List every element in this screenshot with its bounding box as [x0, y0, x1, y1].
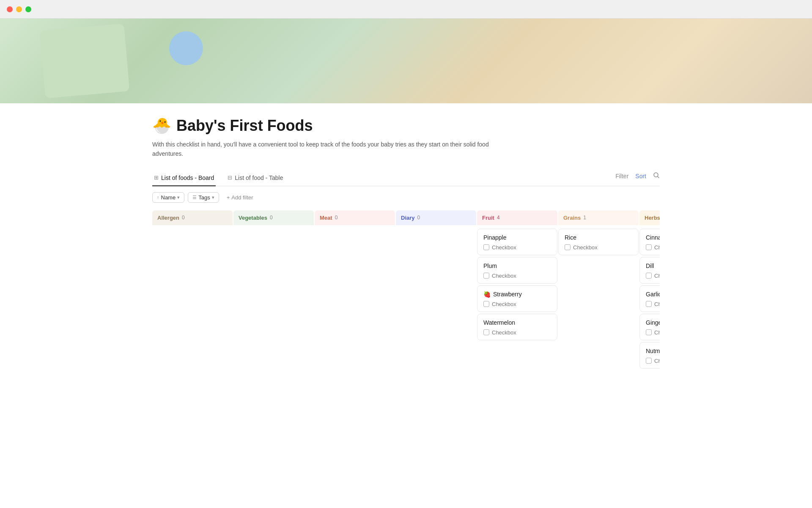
board-tab-icon: ⊞ [154, 174, 159, 181]
tags-filter-label: Tags [198, 194, 210, 201]
search-button[interactable] [653, 172, 660, 180]
tab-table[interactable]: ⊟ List of food - Table [226, 171, 285, 186]
column-header-meat: Meat 0 [315, 210, 395, 225]
column-label-grains: Grains [563, 215, 581, 221]
food-name-cinnamon: Cinnamon [646, 234, 660, 241]
search-icon [653, 172, 660, 179]
checkbox-nutmeg[interactable] [646, 358, 652, 364]
card-strawberry[interactable]: 🍓 Strawberry Checkbox [477, 285, 557, 312]
page-emoji: 🐣 [152, 117, 171, 135]
column-header-herbs: Herbs & Sp... 9 [639, 210, 660, 225]
checkbox-label-garlic: Checkbox [654, 301, 660, 307]
tags-list-icon: ☰ [192, 195, 197, 200]
column-meat: Meat 0 [315, 210, 395, 372]
card-garlic[interactable]: Garlic Checkbox [639, 285, 660, 312]
checkbox-row-watermelon: Checkbox [483, 329, 551, 336]
food-name-pinapple: Pinapple [483, 234, 551, 241]
column-count-grains: 1 [583, 215, 586, 221]
food-name-dill: Dill [646, 262, 660, 269]
add-filter-plus-icon: + [227, 194, 230, 201]
column-label-allergen: Allergen [157, 215, 179, 221]
empty-meat [315, 227, 395, 244]
column-body-vegetables [233, 225, 314, 246]
column-label-vegetables: Vegetables [239, 215, 267, 221]
card-rice[interactable]: Rice Checkbox [558, 229, 639, 255]
checkbox-rice[interactable] [565, 244, 571, 250]
page-content: 🐣 Baby's First Foods With this checklist… [110, 103, 702, 381]
checkbox-label-watermelon: Checkbox [492, 329, 516, 336]
tags-filter-chip[interactable]: ☰ Tags ▾ [188, 192, 219, 203]
column-body-herbs: Cinnamon Checkbox Dill Checkbox [639, 225, 660, 372]
checkbox-label-dill: Checkbox [654, 273, 660, 279]
name-filter-chip[interactable]: ↑ Name ▾ [152, 192, 184, 203]
checkbox-row-ginger: Checkbox [646, 329, 660, 336]
checkbox-label-rice: Checkbox [573, 244, 598, 251]
column-count-vegetables: 0 [270, 215, 273, 221]
minimize-button[interactable] [16, 6, 22, 12]
add-filter-label: Add filter [231, 194, 253, 201]
column-header-diary: Diary 0 [396, 210, 476, 225]
column-label-fruit: Fruit [482, 215, 494, 221]
checkbox-row-rice: Checkbox [565, 244, 632, 251]
card-watermelon[interactable]: Watermelon Checkbox [477, 314, 557, 340]
checkbox-plum[interactable] [483, 273, 489, 279]
column-header-fruit: Fruit 4 [477, 210, 557, 225]
checkbox-row-plum: Checkbox [483, 273, 551, 279]
checkbox-row-dill: Checkbox [646, 273, 660, 279]
board-tab-label: List of foods - Board [161, 174, 214, 181]
card-pinapple[interactable]: Pinapple Checkbox [477, 229, 557, 255]
checkbox-watermelon[interactable] [483, 329, 489, 335]
column-body-diary [396, 225, 476, 246]
strawberry-emoji: 🍓 [483, 291, 491, 298]
title-area: 🐣 Baby's First Foods [152, 117, 660, 135]
add-filter-button[interactable]: + Add filter [222, 193, 258, 202]
checkbox-dill[interactable] [646, 273, 652, 279]
column-body-meat [315, 225, 395, 246]
tab-board[interactable]: ⊞ List of foods - Board [152, 171, 216, 186]
food-name-rice: Rice [565, 234, 632, 241]
card-cinnamon[interactable]: Cinnamon Checkbox [639, 229, 660, 255]
empty-vegetables [233, 227, 314, 244]
checkbox-row-strawberry: Checkbox [483, 301, 551, 307]
svg-line-1 [658, 177, 659, 178]
checkbox-garlic[interactable] [646, 301, 652, 307]
column-count-diary: 0 [417, 215, 420, 221]
card-dill[interactable]: Dill Checkbox [639, 257, 660, 284]
column-label-herbs: Herbs & Sp... [645, 215, 660, 221]
card-plum[interactable]: Plum Checkbox [477, 257, 557, 284]
name-sort-icon: ↑ [157, 195, 159, 200]
checkbox-row-garlic: Checkbox [646, 301, 660, 307]
fullscreen-button[interactable] [25, 6, 31, 12]
food-name-nutmeg: Nutmeg [646, 348, 660, 354]
checkbox-label-nutmeg: Checkbox [654, 358, 660, 364]
checkbox-strawberry[interactable] [483, 301, 489, 307]
checkbox-label-cinnamon: Checkbox [654, 244, 660, 251]
sort-button[interactable]: Sort [635, 173, 646, 179]
checkbox-label-plum: Checkbox [492, 273, 516, 279]
close-button[interactable] [7, 6, 13, 12]
checkbox-row-pinapple: Checkbox [483, 244, 551, 251]
filters-row: ↑ Name ▾ ☰ Tags ▾ + Add filter [152, 186, 660, 209]
food-name-plum: Plum [483, 262, 551, 269]
card-nutmeg[interactable]: Nutmeg Checkbox [639, 342, 660, 369]
checkbox-cinnamon[interactable] [646, 244, 652, 250]
food-name-strawberry: 🍓 Strawberry [483, 291, 551, 298]
table-tab-label: List of food - Table [235, 174, 283, 181]
column-count-fruit: 4 [497, 215, 500, 221]
checkbox-pinapple[interactable] [483, 244, 489, 250]
filter-button[interactable]: Filter [615, 173, 628, 179]
card-ginger[interactable]: Ginger Checkbox [639, 314, 660, 340]
column-grains: Grains 1 Rice Checkbox [558, 210, 639, 372]
name-filter-label: Name [161, 194, 176, 201]
column-vegetables: Vegetables 0 [233, 210, 314, 372]
column-herbs: Herbs & Sp... 9 Cinnamon Checkbox [639, 210, 660, 372]
name-chevron-icon: ▾ [177, 195, 180, 200]
column-header-grains: Grains 1 [558, 210, 639, 225]
checkbox-label-strawberry: Checkbox [492, 301, 516, 307]
column-label-meat: Meat [320, 215, 332, 221]
table-tab-icon: ⊟ [228, 174, 232, 181]
column-allergen: Allergen 0 [152, 210, 233, 372]
checkbox-row-nutmeg: Checkbox [646, 358, 660, 364]
food-name-ginger: Ginger [646, 319, 660, 326]
checkbox-ginger[interactable] [646, 329, 652, 335]
